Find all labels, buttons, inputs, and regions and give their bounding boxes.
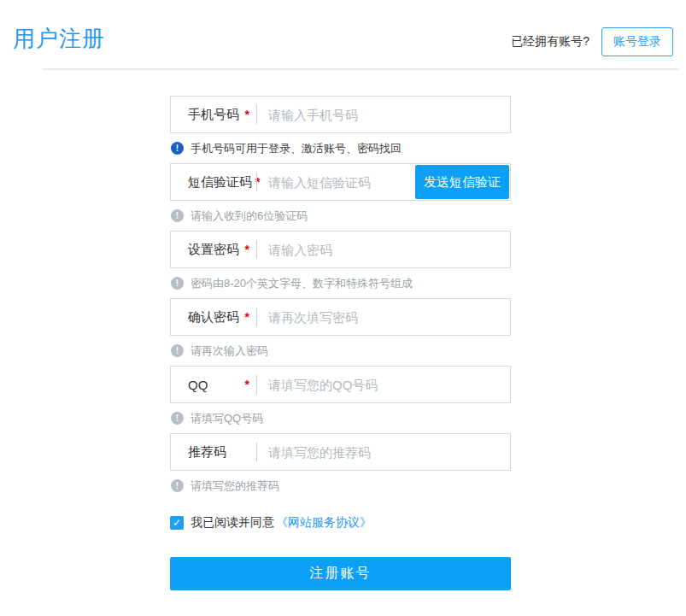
info-icon: !: [171, 209, 184, 222]
send-sms-button[interactable]: 发送短信验证: [415, 165, 509, 199]
agreement-row: ✓我已阅读并同意《网站服务协议》: [170, 515, 511, 531]
text-input-row: 确认密码 *: [170, 298, 511, 336]
field-hint: ! 密码由8-20个英文字母、数字和特殊符号组成: [170, 268, 511, 298]
page-header: 用户注册 已经拥有账号? 账号登录: [0, 0, 686, 69]
field-hint: ! 手机号码可用于登录、激活账号、密码找回: [170, 133, 511, 163]
info-icon: !: [171, 277, 184, 290]
text-input-row: 设置密码 *: [170, 231, 511, 268]
check-icon: ✓: [173, 518, 181, 528]
info-icon: !: [171, 344, 184, 357]
terms-of-service-link[interactable]: 《网站服务协议》: [276, 515, 372, 531]
info-icon: !: [171, 412, 184, 425]
registration-form: 手机号码 * ! 手机号码可用于登录、激活账号、密码找回 短信验证码 * 发送短…: [170, 96, 511, 590]
required-asterisk: *: [245, 108, 249, 121]
hint-text: 请填写您的推荐码: [191, 478, 279, 494]
form-field-group: 确认密码 * ! 请再次输入密码: [170, 298, 511, 366]
text-input-row: QQ *: [170, 366, 511, 403]
hint-text: 请再次输入密码: [191, 343, 268, 359]
register-button[interactable]: 注册账号: [170, 557, 511, 590]
required-asterisk: *: [245, 378, 249, 391]
have-account-text: 已经拥有账号?: [511, 34, 589, 50]
required-asterisk: *: [245, 310, 249, 324]
form-field-group: 设置密码 * ! 密码由8-20个英文字母、数字和特殊符号组成: [170, 231, 511, 298]
form-field-group: QQ * ! 请填写QQ号码: [170, 366, 511, 433]
field-hint: ! 请填写您的推荐码: [170, 471, 511, 501]
text-input[interactable]: [257, 299, 510, 335]
text-input-row: 短信验证码 * 发送短信验证: [170, 163, 511, 201]
hint-text: 请输入收到的6位验证码: [191, 208, 308, 224]
field-label: 确认密码: [188, 309, 239, 326]
form-field-group: 短信验证码 * 发送短信验证 ! 请输入收到的6位验证码: [170, 163, 511, 231]
field-hint: ! 请再次输入密码: [170, 336, 511, 366]
text-input[interactable]: [257, 232, 510, 267]
text-input[interactable]: [257, 97, 510, 132]
text-input[interactable]: [257, 434, 510, 470]
form-field-group: 推荐码 * ! 请填写您的推荐码: [170, 433, 511, 501]
text-input-row: 手机号码 *: [170, 96, 511, 133]
account-login-button[interactable]: 账号登录: [601, 27, 673, 56]
field-label: 短信验证码: [188, 174, 252, 191]
field-label: QQ: [188, 378, 208, 392]
info-icon: !: [171, 479, 184, 492]
agreement-checkbox[interactable]: ✓: [170, 516, 184, 530]
text-input[interactable]: [257, 367, 510, 402]
required-asterisk: *: [245, 243, 249, 256]
page-title: 用户注册: [13, 24, 105, 54]
info-icon: !: [171, 142, 184, 155]
hint-text: 请填写QQ号码: [191, 411, 263, 426]
text-input-row: 推荐码 *: [170, 433, 511, 471]
text-input[interactable]: [257, 164, 415, 200]
field-label: 设置密码: [188, 242, 239, 258]
field-label: 推荐码: [188, 444, 226, 461]
hint-text: 手机号码可用于登录、激活账号、密码找回: [191, 141, 402, 156]
header-divider: [43, 68, 679, 70]
hint-text: 密码由8-20个英文字母、数字和特殊符号组成: [191, 276, 413, 291]
header-right: 已经拥有账号? 账号登录: [511, 27, 673, 56]
field-label: 手机号码: [188, 107, 239, 123]
form-field-group: 手机号码 * ! 手机号码可用于登录、激活账号、密码找回: [170, 96, 511, 163]
field-hint: ! 请填写QQ号码: [170, 403, 511, 433]
agreement-text: 我已阅读并同意: [191, 515, 274, 531]
field-hint: ! 请输入收到的6位验证码: [170, 201, 511, 231]
